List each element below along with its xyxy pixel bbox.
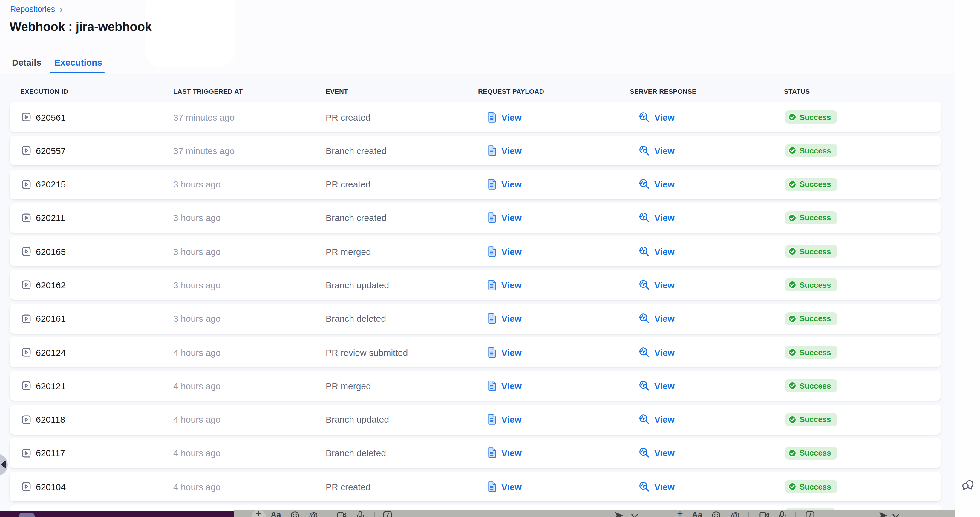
send-icon[interactable] — [878, 511, 888, 517]
chat-bubbles-icon[interactable] — [961, 477, 975, 494]
request-payload-view-link[interactable]: View — [487, 136, 522, 166]
server-response-view-link[interactable]: View — [639, 337, 675, 367]
execution-id: 620117 — [36, 448, 65, 458]
tab-executions[interactable]: Executions — [54, 51, 102, 73]
view-response-label: View — [654, 179, 675, 189]
execution-id-cell: 620165 — [22, 236, 66, 266]
last-triggered-cell: 4 hours ago — [173, 438, 221, 468]
table-row: 620161 3 hours ago Branch deleted — [10, 304, 941, 334]
status-badge: Success — [785, 178, 837, 191]
server-response-view-link[interactable]: View — [639, 304, 675, 334]
format-icon[interactable]: Aa — [692, 511, 702, 517]
request-payload-view-link[interactable]: View — [487, 236, 522, 266]
emoji-icon[interactable] — [712, 511, 721, 517]
send-options-chevron-icon[interactable] — [631, 511, 638, 517]
mention-icon[interactable]: @ — [731, 511, 740, 517]
event-cell: PR created — [326, 102, 371, 132]
request-payload-view-link[interactable]: View — [487, 203, 522, 233]
execution-run-icon — [22, 381, 31, 391]
server-response-view-link[interactable]: View — [639, 203, 675, 233]
inspect-response-icon — [639, 212, 650, 224]
event-cell: PR review submitted — [326, 337, 408, 367]
server-response-view-link[interactable]: View — [639, 371, 675, 401]
document-icon — [487, 111, 497, 123]
view-response-label: View — [654, 112, 675, 122]
request-payload-view-link[interactable]: View — [487, 304, 522, 334]
mic-icon[interactable] — [356, 511, 364, 517]
execution-id-cell: 620161 — [22, 304, 66, 334]
tab-details[interactable]: Details — [12, 51, 41, 73]
server-response-view-link[interactable]: View — [639, 102, 675, 132]
status-label: Success — [800, 180, 831, 189]
send-options-chevron-icon[interactable] — [892, 511, 899, 517]
request-payload-view-link[interactable]: View — [487, 337, 522, 367]
mic-icon[interactable] — [778, 511, 786, 517]
success-check-icon — [788, 247, 797, 255]
execution-id-cell: 620104 — [22, 472, 66, 502]
execution-id-cell: 620211 — [22, 203, 65, 233]
attach-plus-icon[interactable]: + — [677, 510, 683, 517]
document-icon — [487, 447, 497, 459]
execution-id-cell: 620215 — [22, 169, 66, 199]
request-payload-view-link[interactable]: View — [487, 472, 522, 502]
view-response-label: View — [654, 414, 675, 425]
inspect-response-icon — [639, 279, 650, 291]
last-triggered-cell: 4 hours ago — [173, 337, 221, 367]
mention-icon[interactable]: @ — [309, 511, 318, 517]
success-check-icon — [788, 415, 797, 423]
execution-run-icon — [22, 280, 31, 290]
background-composer-strip: + Aa @ + Aa @ — [234, 510, 980, 517]
request-payload-view-link[interactable]: View — [487, 404, 522, 434]
composer-divider — [327, 512, 328, 517]
shortcuts-icon[interactable] — [805, 511, 815, 517]
server-response-view-link[interactable]: View — [639, 404, 675, 434]
status-label: Success — [800, 415, 831, 424]
request-payload-view-link[interactable]: View — [487, 102, 522, 132]
table-row: 620215 3 hours ago PR created — [10, 169, 941, 199]
status-cell: Success — [785, 169, 837, 199]
last-triggered-cell: 3 hours ago — [173, 304, 221, 334]
document-icon — [487, 347, 497, 358]
server-response-view-link[interactable]: View — [639, 270, 675, 300]
last-triggered-cell: 4 hours ago — [173, 472, 221, 502]
status-badge: Success — [785, 211, 837, 224]
table-row: 620165 3 hours ago PR merged — [10, 236, 941, 266]
send-icon[interactable] — [614, 511, 624, 517]
format-icon[interactable]: Aa — [271, 511, 281, 517]
request-payload-view-link[interactable]: View — [487, 371, 522, 401]
video-icon[interactable] — [337, 511, 347, 517]
status-label: Success — [800, 247, 831, 256]
attach-plus-icon[interactable]: + — [256, 510, 262, 517]
status-cell: Success — [785, 102, 837, 132]
breadcrumb: Repositories › — [10, 5, 62, 14]
inspect-response-icon — [639, 313, 650, 325]
execution-id: 620165 — [36, 246, 66, 257]
view-payload-label: View — [501, 246, 522, 257]
emoji-icon[interactable] — [290, 511, 299, 517]
execution-id-cell: 620117 — [22, 438, 65, 468]
video-icon[interactable] — [759, 511, 769, 517]
server-response-view-link[interactable]: View — [639, 472, 675, 502]
view-response-label: View — [654, 246, 675, 257]
breadcrumb-repositories-link[interactable]: Repositories — [10, 5, 55, 14]
request-payload-view-link[interactable]: View — [487, 169, 522, 199]
status-label: Success — [800, 213, 831, 222]
inspect-response-icon — [639, 347, 650, 358]
execution-id: 620215 — [36, 179, 66, 189]
server-response-view-link[interactable]: View — [639, 236, 675, 266]
shortcuts-icon[interactable] — [383, 511, 392, 517]
server-response-view-link[interactable]: View — [639, 136, 675, 166]
execution-run-icon — [22, 247, 31, 256]
server-response-view-link[interactable]: View — [639, 169, 675, 199]
request-payload-view-link[interactable]: View — [487, 270, 522, 300]
table-row: 620211 3 hours ago Branch created — [10, 203, 941, 233]
request-payload-view-link[interactable]: View — [487, 438, 522, 468]
table-header-row: EXECUTION ID LAST TRIGGERED AT EVENT REQ… — [10, 83, 941, 102]
execution-id: 620211 — [36, 213, 65, 223]
document-icon — [487, 179, 497, 190]
view-response-label: View — [654, 280, 675, 290]
avatar — [19, 513, 35, 517]
server-response-view-link[interactable]: View — [639, 438, 675, 468]
execution-run-icon — [22, 482, 31, 492]
inspect-response-icon — [639, 111, 650, 123]
